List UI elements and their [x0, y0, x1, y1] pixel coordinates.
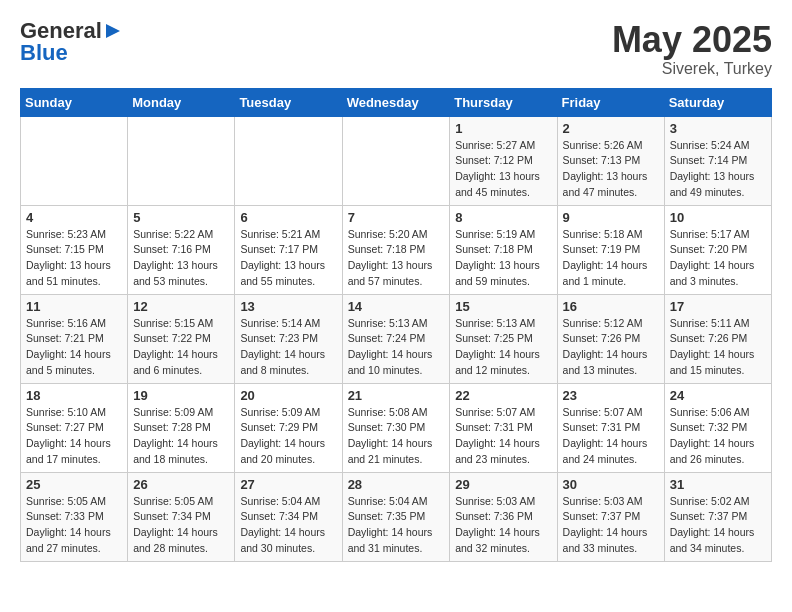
calendar-cell: 2Sunrise: 5:26 AM Sunset: 7:13 PM Daylig… — [557, 116, 664, 205]
day-number: 22 — [455, 388, 551, 403]
day-number: 24 — [670, 388, 766, 403]
day-number: 23 — [563, 388, 659, 403]
weekday-header-saturday: Saturday — [664, 88, 771, 116]
day-number: 9 — [563, 210, 659, 225]
calendar-cell: 29Sunrise: 5:03 AM Sunset: 7:36 PM Dayli… — [450, 472, 557, 561]
day-info: Sunrise: 5:04 AM Sunset: 7:35 PM Dayligh… — [348, 494, 445, 557]
day-info: Sunrise: 5:26 AM Sunset: 7:13 PM Dayligh… — [563, 138, 659, 201]
logo-general: General — [20, 20, 102, 42]
calendar-cell: 30Sunrise: 5:03 AM Sunset: 7:37 PM Dayli… — [557, 472, 664, 561]
calendar-cell: 24Sunrise: 5:06 AM Sunset: 7:32 PM Dayli… — [664, 383, 771, 472]
day-number: 3 — [670, 121, 766, 136]
day-number: 25 — [26, 477, 122, 492]
logo-flag-icon — [104, 22, 122, 40]
day-info: Sunrise: 5:03 AM Sunset: 7:37 PM Dayligh… — [563, 494, 659, 557]
calendar-cell: 23Sunrise: 5:07 AM Sunset: 7:31 PM Dayli… — [557, 383, 664, 472]
day-number: 10 — [670, 210, 766, 225]
calendar-week-row: 4Sunrise: 5:23 AM Sunset: 7:15 PM Daylig… — [21, 205, 772, 294]
weekday-header-sunday: Sunday — [21, 88, 128, 116]
day-number: 17 — [670, 299, 766, 314]
calendar-cell: 25Sunrise: 5:05 AM Sunset: 7:33 PM Dayli… — [21, 472, 128, 561]
day-number: 8 — [455, 210, 551, 225]
weekday-header-wednesday: Wednesday — [342, 88, 450, 116]
day-info: Sunrise: 5:24 AM Sunset: 7:14 PM Dayligh… — [670, 138, 766, 201]
calendar-week-row: 11Sunrise: 5:16 AM Sunset: 7:21 PM Dayli… — [21, 294, 772, 383]
svg-marker-0 — [106, 24, 120, 38]
location-subtitle: Siverek, Turkey — [612, 60, 772, 78]
calendar-cell: 21Sunrise: 5:08 AM Sunset: 7:30 PM Dayli… — [342, 383, 450, 472]
calendar-cell: 3Sunrise: 5:24 AM Sunset: 7:14 PM Daylig… — [664, 116, 771, 205]
calendar-cell: 16Sunrise: 5:12 AM Sunset: 7:26 PM Dayli… — [557, 294, 664, 383]
weekday-header-tuesday: Tuesday — [235, 88, 342, 116]
day-number: 11 — [26, 299, 122, 314]
day-info: Sunrise: 5:02 AM Sunset: 7:37 PM Dayligh… — [670, 494, 766, 557]
day-number: 2 — [563, 121, 659, 136]
calendar-cell: 20Sunrise: 5:09 AM Sunset: 7:29 PM Dayli… — [235, 383, 342, 472]
calendar-cell: 11Sunrise: 5:16 AM Sunset: 7:21 PM Dayli… — [21, 294, 128, 383]
day-number: 1 — [455, 121, 551, 136]
day-info: Sunrise: 5:13 AM Sunset: 7:24 PM Dayligh… — [348, 316, 445, 379]
calendar-week-row: 25Sunrise: 5:05 AM Sunset: 7:33 PM Dayli… — [21, 472, 772, 561]
day-number: 13 — [240, 299, 336, 314]
calendar-cell: 13Sunrise: 5:14 AM Sunset: 7:23 PM Dayli… — [235, 294, 342, 383]
calendar-cell: 4Sunrise: 5:23 AM Sunset: 7:15 PM Daylig… — [21, 205, 128, 294]
day-number: 7 — [348, 210, 445, 225]
calendar-cell: 17Sunrise: 5:11 AM Sunset: 7:26 PM Dayli… — [664, 294, 771, 383]
day-number: 12 — [133, 299, 229, 314]
calendar-cell — [235, 116, 342, 205]
day-info: Sunrise: 5:15 AM Sunset: 7:22 PM Dayligh… — [133, 316, 229, 379]
calendar-table: SundayMondayTuesdayWednesdayThursdayFrid… — [20, 88, 772, 562]
day-number: 30 — [563, 477, 659, 492]
day-number: 27 — [240, 477, 336, 492]
day-number: 15 — [455, 299, 551, 314]
day-info: Sunrise: 5:27 AM Sunset: 7:12 PM Dayligh… — [455, 138, 551, 201]
day-info: Sunrise: 5:05 AM Sunset: 7:34 PM Dayligh… — [133, 494, 229, 557]
day-number: 28 — [348, 477, 445, 492]
day-info: Sunrise: 5:11 AM Sunset: 7:26 PM Dayligh… — [670, 316, 766, 379]
calendar-cell — [21, 116, 128, 205]
calendar-cell: 1Sunrise: 5:27 AM Sunset: 7:12 PM Daylig… — [450, 116, 557, 205]
day-info: Sunrise: 5:07 AM Sunset: 7:31 PM Dayligh… — [455, 405, 551, 468]
calendar-cell: 9Sunrise: 5:18 AM Sunset: 7:19 PM Daylig… — [557, 205, 664, 294]
calendar-cell: 15Sunrise: 5:13 AM Sunset: 7:25 PM Dayli… — [450, 294, 557, 383]
day-number: 31 — [670, 477, 766, 492]
logo: General Blue — [20, 20, 122, 64]
calendar-cell: 27Sunrise: 5:04 AM Sunset: 7:34 PM Dayli… — [235, 472, 342, 561]
day-info: Sunrise: 5:22 AM Sunset: 7:16 PM Dayligh… — [133, 227, 229, 290]
title-block: May 2025 Siverek, Turkey — [612, 20, 772, 78]
day-info: Sunrise: 5:20 AM Sunset: 7:18 PM Dayligh… — [348, 227, 445, 290]
calendar-cell: 14Sunrise: 5:13 AM Sunset: 7:24 PM Dayli… — [342, 294, 450, 383]
calendar-cell: 19Sunrise: 5:09 AM Sunset: 7:28 PM Dayli… — [128, 383, 235, 472]
calendar-cell: 8Sunrise: 5:19 AM Sunset: 7:18 PM Daylig… — [450, 205, 557, 294]
calendar-cell: 31Sunrise: 5:02 AM Sunset: 7:37 PM Dayli… — [664, 472, 771, 561]
calendar-cell: 7Sunrise: 5:20 AM Sunset: 7:18 PM Daylig… — [342, 205, 450, 294]
day-info: Sunrise: 5:09 AM Sunset: 7:28 PM Dayligh… — [133, 405, 229, 468]
month-year-title: May 2025 — [612, 20, 772, 60]
calendar-cell: 5Sunrise: 5:22 AM Sunset: 7:16 PM Daylig… — [128, 205, 235, 294]
calendar-week-row: 1Sunrise: 5:27 AM Sunset: 7:12 PM Daylig… — [21, 116, 772, 205]
calendar-cell: 10Sunrise: 5:17 AM Sunset: 7:20 PM Dayli… — [664, 205, 771, 294]
day-number: 14 — [348, 299, 445, 314]
calendar-cell — [342, 116, 450, 205]
logo-blue: Blue — [20, 42, 68, 64]
calendar-cell: 6Sunrise: 5:21 AM Sunset: 7:17 PM Daylig… — [235, 205, 342, 294]
day-number: 19 — [133, 388, 229, 403]
calendar-cell: 18Sunrise: 5:10 AM Sunset: 7:27 PM Dayli… — [21, 383, 128, 472]
day-info: Sunrise: 5:17 AM Sunset: 7:20 PM Dayligh… — [670, 227, 766, 290]
day-info: Sunrise: 5:07 AM Sunset: 7:31 PM Dayligh… — [563, 405, 659, 468]
day-number: 4 — [26, 210, 122, 225]
calendar-week-row: 18Sunrise: 5:10 AM Sunset: 7:27 PM Dayli… — [21, 383, 772, 472]
day-info: Sunrise: 5:04 AM Sunset: 7:34 PM Dayligh… — [240, 494, 336, 557]
page-header: General Blue May 2025 Siverek, Turkey — [20, 20, 772, 78]
calendar-cell: 22Sunrise: 5:07 AM Sunset: 7:31 PM Dayli… — [450, 383, 557, 472]
calendar-cell: 26Sunrise: 5:05 AM Sunset: 7:34 PM Dayli… — [128, 472, 235, 561]
day-number: 20 — [240, 388, 336, 403]
weekday-header-thursday: Thursday — [450, 88, 557, 116]
day-number: 26 — [133, 477, 229, 492]
day-number: 29 — [455, 477, 551, 492]
day-number: 6 — [240, 210, 336, 225]
day-number: 18 — [26, 388, 122, 403]
day-info: Sunrise: 5:16 AM Sunset: 7:21 PM Dayligh… — [26, 316, 122, 379]
day-number: 21 — [348, 388, 445, 403]
day-info: Sunrise: 5:08 AM Sunset: 7:30 PM Dayligh… — [348, 405, 445, 468]
